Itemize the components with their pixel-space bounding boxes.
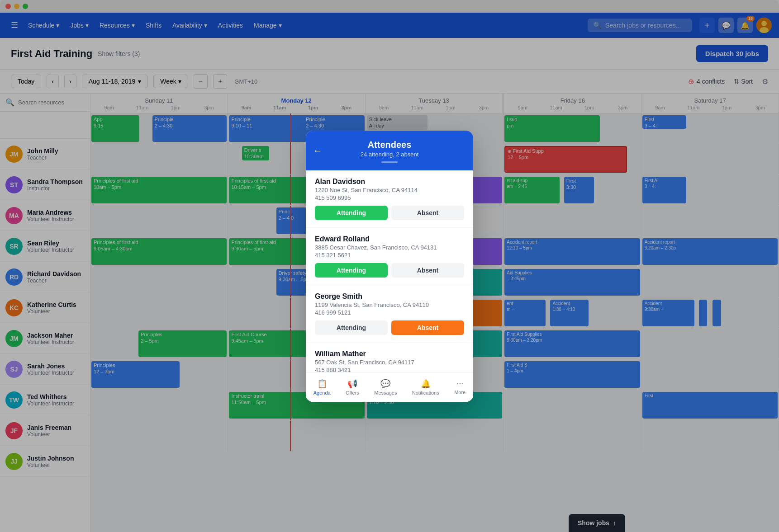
attendee-address: 1220 Noe St, San Francisco, CA 94114 [315, 187, 464, 193]
attending-button[interactable]: Attending [315, 263, 388, 278]
attendee-name: William Mather [315, 350, 464, 358]
attendee-phone: 415 509 6995 [315, 194, 464, 201]
absent-button[interactable]: Absent [391, 320, 464, 335]
attendees-header: ← Attendees 24 attending, 2 absent [306, 131, 473, 170]
attendee-card: Edward Rolland 3885 Cesar Chavez, San Fr… [306, 228, 473, 285]
attendee-actions: Attending Absent [315, 320, 464, 335]
tab-messages[interactable]: 💬 Messages [369, 377, 402, 397]
attending-button[interactable]: Attending [315, 206, 388, 220]
attendee-address: 567 Oak St, San Francisco, CA 94117 [315, 359, 464, 366]
attendee-address: 3885 Cesar Chavez, San Francisco, CA 941… [315, 244, 464, 251]
scroll-indicator [381, 161, 398, 163]
attendees-subtitle: 24 attending, 2 absent [317, 151, 462, 158]
attending-button[interactable]: Attending [315, 320, 388, 335]
attendee-actions: Attending Absent [315, 263, 464, 278]
attendee-card: George Smith 1199 Valencia St, San Franc… [306, 285, 473, 343]
attendees-footer: 📋 Agenda 📢 Offers 💬 Messages 🔔 Notificat… [306, 372, 473, 402]
tab-more[interactable]: ··· More [449, 377, 471, 397]
attendee-actions: Attending Absent [315, 206, 464, 220]
attendee-card: Alan Davidson 1220 Noe St, San Francisco… [306, 170, 473, 228]
agenda-icon: 📋 [317, 379, 327, 389]
tab-offers[interactable]: 📢 Offers [340, 377, 365, 397]
attendee-phone: 416 999 5121 [315, 309, 464, 316]
attendee-name: George Smith [315, 292, 464, 301]
attendees-modal: ← Attendees 24 attending, 2 absent Alan … [306, 131, 473, 402]
attendees-title: Attendees [317, 140, 462, 150]
tab-notifications[interactable]: 🔔 Notifications [407, 377, 445, 397]
tab-agenda[interactable]: 📋 Agenda [308, 377, 336, 397]
attendee-name: Alan Davidson [315, 178, 464, 186]
attendee-address: 1199 Valencia St, San Francisco, CA 9411… [315, 301, 464, 308]
attendees-body: Alan Davidson 1220 Noe St, San Francisco… [306, 170, 473, 393]
attendee-name: Edward Rolland [315, 235, 464, 243]
offers-icon: 📢 [347, 379, 357, 389]
absent-button[interactable]: Absent [391, 263, 464, 278]
attendee-phone: 415 321 5621 [315, 252, 464, 259]
notifications-icon: 🔔 [421, 379, 431, 389]
more-icon: ··· [456, 379, 463, 388]
absent-button[interactable]: Absent [391, 206, 464, 220]
messages-icon: 💬 [380, 379, 390, 389]
